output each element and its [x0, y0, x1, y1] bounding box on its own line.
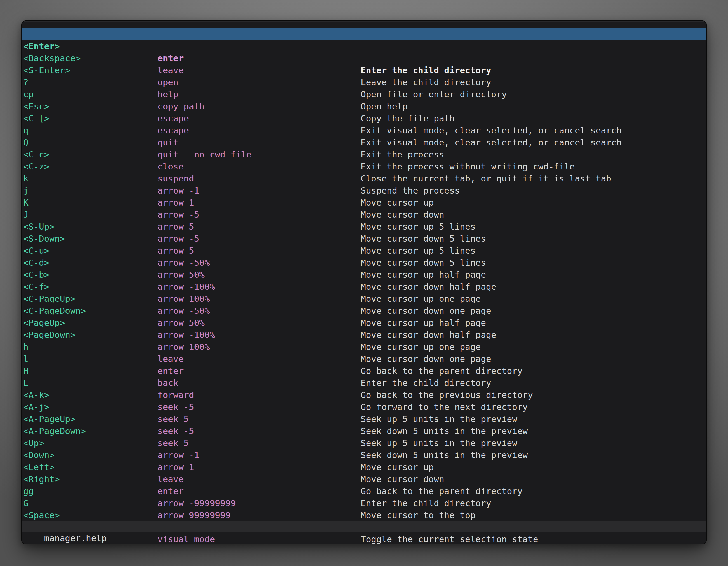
keybind-row[interactable]: <Backspace> leave Leave the child direct…	[22, 40, 706, 52]
keybind-list: <Enter> enter Enter the child directory …	[22, 28, 706, 521]
keybind-row[interactable]: ? help Open help	[22, 64, 706, 76]
keybind-row[interactable]: <S-Enter> open Open file or enter direct…	[22, 52, 706, 64]
keybind-row[interactable]: <C-b> arrow -100% Move cursor up one pag…	[22, 257, 706, 269]
keybind-row[interactable]: <C-d> arrow 50% Move cursor down half pa…	[22, 245, 706, 257]
status-mode-label: manager.help	[44, 533, 107, 543]
keybind-row[interactable]: <C-[> escape Exit visual mode, clear sel…	[22, 100, 706, 112]
keybind-row[interactable]: k arrow -1 Move cursor up	[22, 161, 706, 173]
keybind-row[interactable]: <Right> enter Enter the child directory	[22, 461, 706, 473]
keybind-row[interactable]: <C-PageUp> arrow -50% Move cursor up hal…	[22, 281, 706, 293]
keybind-command: visual_mode	[158, 533, 215, 544]
keybind-row[interactable]: <PageDown> arrow 100% Move cursor down o…	[22, 317, 706, 329]
keybind-row[interactable]: J arrow 5 Move cursor down 5 lines	[22, 197, 706, 209]
keybind-row[interactable]: <C-u> arrow -50% Move cursor up half pag…	[22, 233, 706, 245]
keybind-row[interactable]: q quit Exit the process	[22, 112, 706, 125]
keybind-row[interactable]: K arrow -5 Move cursor up 5 lines	[22, 185, 706, 197]
keybind-row[interactable]: l enter Enter the child directory	[22, 341, 706, 353]
keybind-row[interactable]: <Up> arrow -1 Move cursor up	[22, 425, 706, 437]
keybind-row[interactable]: <C-f> arrow 100% Move cursor down one pa…	[22, 269, 706, 281]
keybind-row[interactable]: L forward Go forward to the next directo…	[22, 365, 706, 377]
keybind-row[interactable]: <Left> leave Go back to the parent direc…	[22, 449, 706, 461]
keybind-row[interactable]: h leave Go back to the parent directory	[22, 329, 706, 341]
keybind-row[interactable]: j arrow 1 Move cursor down	[22, 173, 706, 185]
keybind-row[interactable]: <Enter> enter Enter the child directory	[22, 28, 706, 40]
keybind-row[interactable]: H back Go back to the previous directory	[22, 353, 706, 365]
keybind-row[interactable]: <PageUp> arrow -100% Move cursor up one …	[22, 305, 706, 317]
keybind-row[interactable]: cp copy path Copy the file path	[22, 76, 706, 88]
keybind-row[interactable]: <C-c> close Close the current tab, or qu…	[22, 137, 706, 149]
keybind-description: Toggle the current selection state	[361, 533, 538, 544]
keybind-row[interactable]: v visual_mode Enter visual mode (selecti…	[22, 509, 706, 521]
keybind-row[interactable]: G arrow 99999999 Move cursor to the bott…	[22, 485, 706, 497]
keybind-row[interactable]: <Esc> escape Exit visual mode, clear sel…	[22, 88, 706, 100]
keybind-row[interactable]: <Space> select --state=none; arrow 1 Tog…	[22, 497, 706, 509]
keybind-row[interactable]: Q quit --no-cwd-file Exit the process wi…	[22, 125, 706, 137]
status-bar: manager.help	[22, 521, 706, 532]
keybind-row[interactable]: <C-PageDown> arrow 50% Move cursor down …	[22, 293, 706, 305]
keybind-row[interactable]: <S-Up> arrow -5 Move cursor up 5 lines	[22, 209, 706, 221]
terminal-window: <Enter> enter Enter the child directory …	[22, 21, 706, 544]
keybind-row[interactable]: <A-k> seek -5 Seek up 5 units in the pre…	[22, 377, 706, 389]
keybind-row[interactable]: <Down> arrow 1 Move cursor down	[22, 437, 706, 449]
keybind-row[interactable]: gg arrow -99999999 Move cursor to the to…	[22, 473, 706, 485]
keybind-row[interactable]: <C-z> suspend Suspend the process	[22, 149, 706, 161]
keybind-row[interactable]: <A-PageUp> seek -5 Seek up 5 units in th…	[22, 401, 706, 413]
keybind-row[interactable]: <A-j> seek 5 Seek down 5 units in the pr…	[22, 389, 706, 401]
keybind-row[interactable]: <S-Down> arrow 5 Move cursor down 5 line…	[22, 221, 706, 233]
keybind-row[interactable]: <A-PageDown> seek 5 Seek down 5 units in…	[22, 413, 706, 425]
